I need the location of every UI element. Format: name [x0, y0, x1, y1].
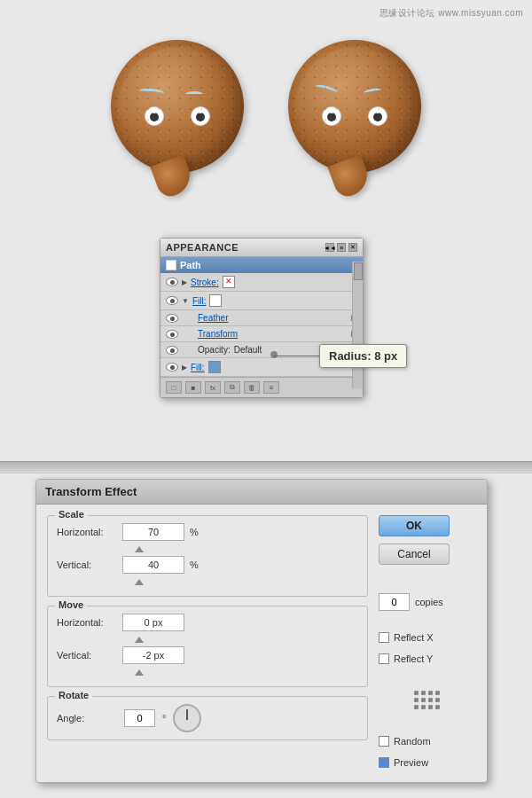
dialog-content: Scale Horizontal: % Vertical: %: [36, 505, 487, 782]
stroke-label[interactable]: Stroke:: [191, 278, 219, 287]
delete-icon[interactable]: 🗑: [244, 381, 260, 394]
fill-2-label[interactable]: Fill:: [191, 363, 205, 372]
eye-left-2: [322, 106, 341, 126]
move-h-label: Horizontal:: [57, 617, 117, 628]
move-h-input[interactable]: [122, 614, 184, 631]
tooltip-connector: [273, 356, 322, 356]
dialog-title: Transform Effect: [45, 485, 137, 498]
pupil-left-2: [327, 113, 336, 121]
visibility-eye-feather[interactable]: [166, 314, 178, 323]
scale-h-slider-row: [57, 546, 358, 552]
row-transform[interactable]: Transform fx: [160, 326, 363, 342]
row-fill-1[interactable]: ▼ Fill:: [160, 292, 363, 310]
shine-left-2: [330, 110, 333, 113]
eye-left-1: [145, 106, 164, 126]
eyebrow-left-2: [314, 83, 338, 96]
angle-dial[interactable]: [173, 704, 201, 732]
pupil-left-1: [150, 113, 159, 121]
preview-checkbox[interactable]: [379, 757, 389, 768]
path-label: Path: [180, 260, 201, 270]
move-v-label: Vertical:: [57, 650, 117, 661]
row-stroke[interactable]: ▶ Stroke:: [160, 273, 363, 292]
reflect-x-checkbox[interactable]: [379, 632, 389, 643]
panel-controls: ◄◄ ≡ ✕: [325, 243, 357, 252]
scrollbar-thumb[interactable]: [354, 262, 363, 280]
visibility-eye-opacity[interactable]: [166, 346, 178, 355]
cancel-button[interactable]: Cancel: [379, 544, 450, 565]
panel-menu-btn[interactable]: ≡: [337, 243, 346, 252]
pupil-right-2: [373, 113, 382, 121]
grid-align-icon[interactable]: [414, 691, 441, 713]
scale-section-label: Scale: [55, 509, 88, 520]
pupil-right-1: [196, 113, 205, 121]
add-fill-icon[interactable]: ■: [185, 381, 201, 394]
move-section: Move Horizontal: Vertical:: [47, 606, 368, 687]
reflect-y-label: Reflect Y: [394, 653, 433, 664]
arrange-icon[interactable]: ≡: [263, 381, 279, 394]
move-v-slider[interactable]: [135, 669, 144, 676]
panel-scrollbar[interactable]: [352, 262, 363, 388]
visibility-eye-fill1[interactable]: [166, 296, 178, 305]
random-checkbox[interactable]: [379, 736, 389, 747]
visibility-eye-stroke[interactable]: [166, 278, 178, 286]
cookie-body-2: [288, 40, 421, 173]
expand-arrow-fill1: ▼: [182, 297, 189, 305]
stroke-swatch[interactable]: [223, 276, 235, 288]
move-v-input[interactable]: [122, 646, 184, 664]
random-row: Random: [379, 736, 476, 747]
panel-path-header: Path: [160, 257, 363, 273]
feather-label[interactable]: Feather: [198, 313, 228, 323]
add-stroke-icon[interactable]: □: [166, 381, 182, 394]
fill-1-swatch[interactable]: [209, 294, 222, 307]
rotate-section: Rotate Angle: °: [47, 696, 368, 740]
radius-tooltip: Radius: 8 px: [319, 344, 407, 368]
visibility-eye-fill2[interactable]: [166, 363, 178, 372]
move-v-slider-row: [57, 669, 358, 676]
transform-label[interactable]: Transform: [198, 329, 238, 339]
fx-icon[interactable]: fx: [205, 381, 221, 394]
scale-h-slider[interactable]: [135, 546, 144, 552]
copy-icon[interactable]: ⧉: [224, 381, 240, 394]
path-icon: [166, 260, 176, 270]
scale-v-slider-row: [57, 579, 358, 585]
ok-button[interactable]: OK: [379, 515, 450, 536]
degree-symbol: °: [162, 713, 166, 724]
angle-input[interactable]: [124, 709, 155, 727]
reflect-y-checkbox[interactable]: [379, 653, 389, 664]
copies-label: copies: [415, 597, 443, 607]
panel-double-arrow[interactable]: ◄◄: [325, 243, 334, 252]
scale-v-input[interactable]: [122, 556, 184, 574]
preview-row: Preview: [379, 757, 476, 768]
panel-close-btn[interactable]: ✕: [348, 243, 357, 252]
row-feather[interactable]: Feather fx: [160, 310, 363, 326]
top-illustration-area: 思缘设计论坛 www.missyuan.com: [0, 0, 532, 231]
cookie-body-1: [111, 40, 244, 173]
dialog-left-panel: Scale Horizontal: % Vertical: %: [47, 515, 368, 771]
expand-arrow-stroke: ▶: [182, 278, 187, 286]
fill-2-swatch[interactable]: [208, 361, 221, 373]
shine-right-2: [376, 110, 379, 113]
random-label: Random: [394, 736, 431, 747]
cookie-character-1: [106, 31, 248, 200]
copies-row: copies: [379, 593, 476, 611]
scale-v-slider[interactable]: [135, 579, 144, 585]
eyebrow-left-1: [139, 88, 165, 97]
fill-1-label[interactable]: Fill:: [192, 296, 207, 306]
scale-vertical-row: Vertical: %: [57, 556, 358, 574]
reflect-x-row: Reflect X: [379, 632, 476, 643]
visibility-eye-transform[interactable]: [166, 330, 178, 339]
shine-left-1: [153, 110, 156, 113]
panel-title: APPEARANCE: [166, 242, 239, 253]
scale-h-input[interactable]: [122, 523, 184, 541]
angle-label: Angle:: [57, 713, 117, 724]
appearance-panel: APPEARANCE ◄◄ ≡ ✕ Path ▶ Stroke: ▼ Fill:…: [160, 238, 364, 398]
section-divider: [0, 461, 532, 473]
move-h-slider[interactable]: [135, 637, 144, 643]
scale-h-label: Horizontal:: [57, 527, 117, 537]
scale-h-unit: %: [190, 527, 199, 537]
preview-label: Preview: [394, 757, 428, 768]
copies-input[interactable]: [379, 593, 410, 611]
cookie-character-2: [284, 31, 426, 200]
scale-horizontal-row: Horizontal: %: [57, 523, 358, 541]
rotate-section-label: Rotate: [55, 690, 92, 700]
